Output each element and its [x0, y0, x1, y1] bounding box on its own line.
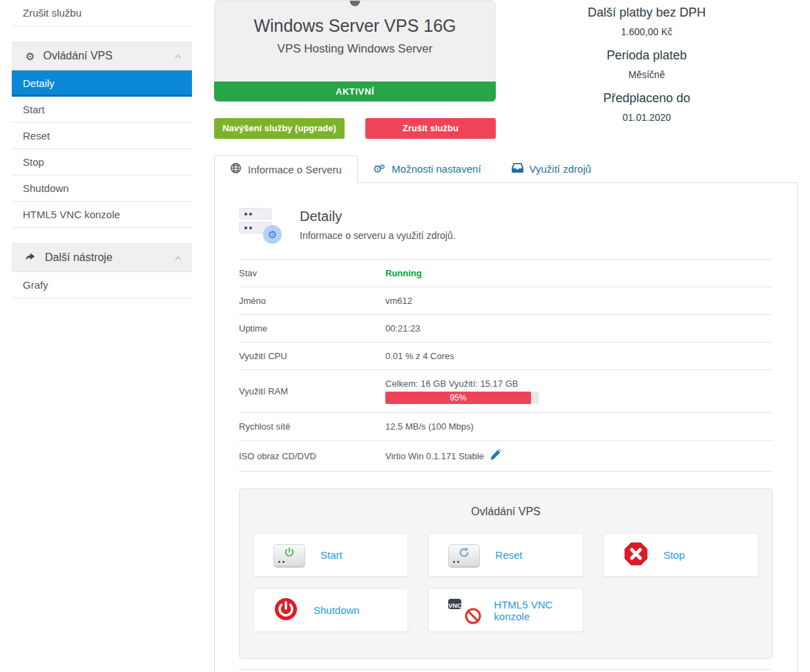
- service-summary: Windows Server VPS 16G VPS Hosting Windo…: [214, 0, 496, 139]
- details-header-text: Detaily Informace o serveru a využití zd…: [300, 209, 456, 241]
- upgrade-service-button[interactable]: Navýšení služby (upgrade): [214, 118, 345, 139]
- sidebar-item-label: Zrušit službu: [23, 7, 81, 19]
- chevron-up-icon: [174, 50, 182, 62]
- gear-badge-icon: ⚙: [263, 225, 282, 244]
- control-label: HTML5 VNC konzole: [494, 599, 582, 622]
- sidebar-item-grafy[interactable]: Grafy: [12, 272, 192, 298]
- details-header: ⚙ Detaily Informace o serveru a využití …: [215, 183, 797, 241]
- row-label: Využití CPU: [239, 351, 385, 361]
- stop-octagon-icon: [624, 541, 648, 569]
- gear-icon: ⚙: [26, 51, 35, 61]
- sidebar-section-title: Ovládání VPS: [43, 50, 113, 62]
- row-label: Jméno: [239, 296, 385, 306]
- row-label: Uptime: [239, 323, 385, 334]
- cancel-service-button[interactable]: Zrušit službu: [365, 118, 496, 139]
- control-label: Stop: [664, 549, 685, 561]
- prohibition-icon: [465, 608, 481, 627]
- service-type: VPS Hosting Windows Server: [215, 42, 495, 56]
- tab-resource-usage[interactable]: Využití zdrojů: [496, 155, 606, 182]
- reset-button[interactable]: Reset: [428, 533, 583, 577]
- service-actions: Navýšení služby (upgrade) Zrušit službu: [214, 118, 496, 139]
- row-value: 0.01 % z 4 Cores: [385, 351, 454, 361]
- server-info-panel: ⚙ Detaily Informace o serveru a využití …: [214, 182, 798, 672]
- row-value: 12.5 MB/s (100 Mbps): [385, 421, 474, 432]
- row-label: Využití RAM: [239, 386, 385, 396]
- sidebar-item-label: Reset: [23, 130, 50, 142]
- server-state-value: Running: [385, 268, 422, 278]
- tab-label: Využití zdrojů: [530, 163, 591, 175]
- row-value: vm612: [385, 296, 412, 306]
- vnc-console-button[interactable]: VNC HTML5 VNC konzole: [428, 588, 583, 632]
- sidebar-item-start[interactable]: Start: [12, 97, 192, 123]
- tab-server-info[interactable]: Informace o Serveru: [214, 155, 358, 183]
- section-divider: [239, 669, 773, 670]
- sidebar-item-shutdown[interactable]: Shutdown: [12, 175, 192, 202]
- vps-controls-panel: Ovládání VPS Start: [239, 488, 773, 659]
- ram-usage: Celkem: 16 GB Využití: 15.17 GB 95%: [385, 378, 539, 404]
- sidebar-item-vnc-konzole[interactable]: HTML5 VNC konzole: [12, 202, 192, 228]
- page-title: Detaily: [300, 209, 456, 224]
- row-label: ISO obraz CD/DVD: [239, 451, 385, 461]
- tab-settings[interactable]: ⚙⚙ Možnosti nastavení: [358, 155, 496, 182]
- shutdown-button[interactable]: Shutdown: [253, 588, 408, 632]
- vnc-box-icon: VNC: [448, 599, 461, 609]
- next-payment-label: Další platby bez DPH: [496, 6, 798, 20]
- sidebar-item-label: Grafy: [23, 279, 48, 291]
- sidebar-section-vps-controls[interactable]: ⚙ Ovládání VPS: [12, 41, 192, 70]
- edit-pencil-icon[interactable]: [490, 449, 501, 463]
- start-server-icon: [273, 544, 305, 566]
- ram-progress-bar-fill: 95%: [385, 392, 531, 404]
- table-row-jmeno: Jméno vm612: [239, 287, 773, 315]
- server-unit-icon: [239, 208, 272, 220]
- status-badge: AKTIVNÍ: [214, 81, 496, 102]
- sidebar-item-detaily[interactable]: Detaily: [12, 70, 192, 97]
- globe-icon: [230, 162, 242, 176]
- table-row-iso: ISO obraz CD/DVD Virtio Win 0.1.171 Stab…: [239, 441, 773, 472]
- control-label: Shutdown: [314, 604, 360, 616]
- prepaid-until-value: 01.01.2020: [496, 112, 798, 123]
- service-header: Windows Server VPS 16G VPS Hosting Windo…: [214, 0, 798, 139]
- row-value: 00:21:23: [385, 323, 421, 334]
- sidebar-section-title: Další nástroje: [45, 251, 113, 264]
- sidebar-item-label: Start: [23, 104, 45, 115]
- prepaid-until-label: Předplaceno do: [496, 91, 798, 106]
- payment-period-label: Perioda plateb: [496, 48, 798, 63]
- row-label: Rychlost sítě: [239, 421, 385, 432]
- start-button[interactable]: Start: [253, 533, 408, 577]
- control-label: Reset: [495, 549, 522, 561]
- vnc-console-icon: VNC: [448, 598, 479, 623]
- sidebar-item-label: Detaily: [23, 77, 55, 89]
- vps-controls-title: Ovládání VPS: [253, 506, 758, 518]
- billing-info: Další platby bez DPH 1.600,00 Kč Perioda…: [496, 0, 798, 139]
- vps-controls-grid: Start Reset: [253, 533, 758, 632]
- reply-arrow-icon: [26, 253, 37, 263]
- page-subtitle: Informace o serveru a využití zdrojů.: [300, 230, 456, 241]
- stop-button[interactable]: Stop: [604, 533, 758, 577]
- ram-usage-text: Celkem: 16 GB Využití: 15.17 GB: [385, 378, 539, 389]
- shutdown-power-icon: [273, 597, 298, 624]
- tab-bar: Informace o Serveru ⚙⚙ Možnosti nastaven…: [214, 155, 798, 182]
- table-row-stav: Stav Running: [239, 260, 773, 287]
- tab-label: Informace o Serveru: [248, 164, 342, 175]
- table-row-uptime: Uptime 00:21:23: [239, 315, 773, 343]
- reset-server-icon: [448, 544, 480, 566]
- server-details-icon: ⚙: [239, 208, 279, 241]
- chevron-up-icon: [174, 251, 182, 264]
- table-row-cpu: Využití CPU 0.01 % z 4 Cores: [239, 343, 773, 370]
- sidebar-item-stop[interactable]: Stop: [12, 149, 192, 175]
- sidebar-item-reset[interactable]: Reset: [12, 123, 192, 149]
- sidebar-gap: [12, 26, 192, 41]
- service-card: Windows Server VPS 16G VPS Hosting Windo…: [214, 0, 496, 81]
- table-row-network: Rychlost sítě 12.5 MB/s (100 Mbps): [239, 413, 773, 441]
- sidebar-item-cancel-service[interactable]: Zrušit službu: [12, 0, 192, 26]
- control-label: Start: [320, 549, 343, 561]
- server-info-table: Stav Running Jméno vm612 Uptime 00:21:23…: [239, 259, 773, 472]
- next-payment-value: 1.600,00 Kč: [496, 26, 798, 37]
- table-row-ram: Využití RAM Celkem: 16 GB Využití: 15.17…: [239, 370, 773, 413]
- row-label: Stav: [239, 268, 385, 278]
- sidebar-section-other-tools[interactable]: Další nástroje: [12, 243, 192, 272]
- sidebar: Zrušit službu ⚙ Ovládání VPS Detaily Sta…: [12, 0, 192, 298]
- ram-progress-bar: 95%: [385, 392, 539, 404]
- inbox-icon: [512, 163, 523, 175]
- sidebar-item-label: HTML5 VNC konzole: [23, 209, 120, 220]
